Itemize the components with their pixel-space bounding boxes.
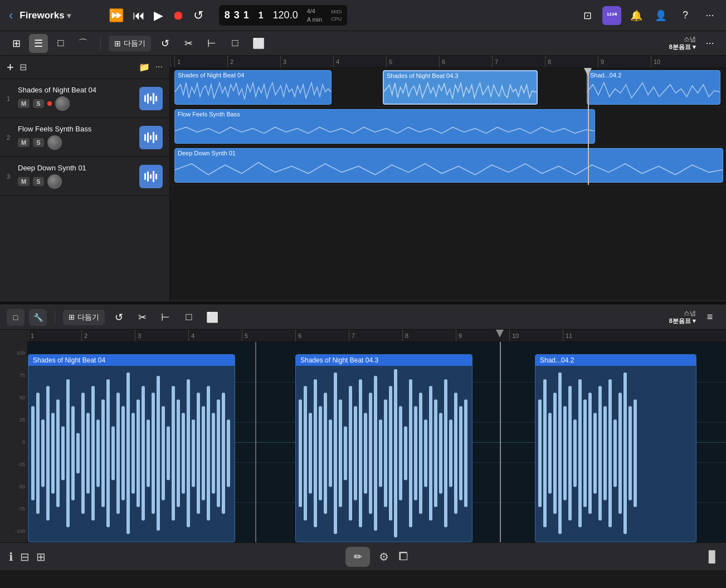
- svg-rect-9: [155, 135, 157, 140]
- big-clip-title-1: Shades of Night Beat 04: [28, 355, 235, 366]
- svg-rect-81: [429, 386, 432, 521]
- svg-rect-105: [618, 393, 622, 513]
- folder-icon[interactable]: 📁: [139, 62, 150, 72]
- svg-rect-5: [144, 134, 146, 141]
- bars-icon-button[interactable]: ▊: [709, 550, 717, 564]
- snap-button[interactable]: ⊞ 다듬기: [109, 36, 151, 51]
- big-clip-2[interactable]: Shades of Night Beat 04.3: [295, 354, 472, 542]
- automation-button[interactable]: ⌒: [74, 34, 92, 53]
- clip-shades-1[interactable]: Shades of Night Beat 04: [174, 70, 332, 105]
- volume-knob-1[interactable]: [55, 96, 70, 111]
- bottom-more-button[interactable]: ≡: [700, 308, 719, 327]
- svg-rect-44: [177, 399, 180, 507]
- svg-rect-22: [66, 379, 70, 527]
- group-track-button[interactable]: ⊟: [20, 62, 27, 72]
- svg-rect-91: [548, 413, 552, 494]
- rewind-button[interactable]: ⏮: [133, 8, 145, 23]
- grid-view-button[interactable]: ⊞: [7, 34, 26, 53]
- more-options-button[interactable]: ···: [700, 6, 719, 25]
- big-clip-3[interactable]: Shad...04.2: [535, 354, 696, 542]
- fast-forward-button[interactable]: ⏩: [109, 8, 124, 23]
- clip-deep-synth[interactable]: Deep Down Synth 01: [174, 148, 723, 183]
- bottom-copy-button[interactable]: ⬜: [203, 308, 222, 327]
- solo-button-2[interactable]: S: [33, 138, 43, 147]
- svg-rect-12: [150, 174, 152, 179]
- waveform-thumb-3[interactable]: [139, 165, 163, 188]
- add-track-button[interactable]: +: [7, 60, 14, 75]
- solo-button-3[interactable]: S: [33, 177, 43, 186]
- list-view-button[interactable]: ☰: [29, 34, 48, 53]
- loop-region-button[interactable]: ↺: [155, 34, 174, 53]
- bottom-snap-button[interactable]: ⊞ 다듬기: [63, 310, 105, 325]
- group-button[interactable]: □: [226, 34, 245, 53]
- track-num-2: 2: [7, 134, 13, 141]
- bottom-ruler-11: 11: [563, 330, 616, 341]
- copy-button[interactable]: ⬜: [249, 34, 268, 53]
- clip-title-1: Shades of Night Beat 04: [175, 71, 331, 80]
- play-button[interactable]: ▶: [154, 8, 163, 23]
- clip-shades-3[interactable]: Shad...04.2: [587, 70, 720, 105]
- add-more-icon[interactable]: ···: [155, 62, 163, 72]
- help-button[interactable]: ?: [676, 6, 695, 25]
- waveform-thumb-2[interactable]: [139, 126, 163, 149]
- svg-rect-41: [162, 406, 165, 500]
- settings-icon-button[interactable]: ⚙: [379, 550, 389, 564]
- svg-rect-49: [202, 406, 205, 500]
- loop-button[interactable]: ↺: [193, 8, 203, 23]
- svg-rect-106: [623, 373, 627, 534]
- beat-position: 8 3 1: [225, 9, 250, 21]
- scissors-button[interactable]: ✂: [179, 34, 198, 53]
- mute-button-2[interactable]: M: [18, 138, 30, 147]
- notification-button[interactable]: 🔔: [627, 6, 646, 25]
- mute-button-1[interactable]: M: [18, 99, 30, 108]
- svg-rect-38: [147, 420, 150, 487]
- svg-rect-26: [86, 413, 90, 494]
- clip-flow-bass[interactable]: Flow Feels Synth Bass: [174, 109, 595, 144]
- bottom-loop-button[interactable]: ↺: [109, 308, 128, 327]
- waveform-view-button[interactable]: □: [51, 34, 70, 53]
- eq-icon-button[interactable]: ⧠: [398, 550, 409, 563]
- volume-knob-3[interactable]: [47, 174, 62, 189]
- track-controls-2: M S: [18, 135, 135, 150]
- bottom-snap-note-display[interactable]: 스냅 8분음표 ▾: [669, 309, 696, 325]
- info-icon-button[interactable]: ℹ: [9, 550, 13, 564]
- svg-rect-13: [153, 171, 154, 182]
- track-header-1: 1 Shades of Night Beat 04 M S: [0, 79, 169, 118]
- svg-rect-98: [583, 399, 587, 507]
- svg-rect-66: [354, 406, 357, 500]
- volume-knob-2[interactable]: [47, 135, 62, 150]
- svg-rect-82: [434, 399, 437, 507]
- chord-button[interactable]: ¹²³⁴: [602, 6, 621, 25]
- bottom-scissors-button[interactable]: ✂: [133, 308, 152, 327]
- bottom-wrench-button[interactable]: 🔧: [29, 309, 47, 326]
- svg-rect-52: [217, 399, 220, 507]
- track-info-3: Deep Down Synth 01 M S: [18, 164, 135, 189]
- svg-rect-108: [634, 399, 637, 507]
- bottom-group-button[interactable]: □: [179, 308, 198, 327]
- clear-icon-button[interactable]: ⊡: [578, 6, 597, 25]
- playhead-track3: [588, 146, 589, 185]
- solo-button-1[interactable]: S: [33, 99, 43, 108]
- history-icon-button[interactable]: ⊟: [20, 550, 30, 564]
- big-clip-title-3: Shad...04.2: [535, 355, 696, 366]
- waveform-thumb-1[interactable]: [139, 87, 163, 110]
- bpm-display[interactable]: 120.0: [273, 9, 298, 21]
- profile-button[interactable]: 👤: [651, 6, 670, 25]
- snap-note-display[interactable]: 스냅 8분음표 ▾: [669, 35, 696, 51]
- pencil-button[interactable]: ✏: [345, 547, 370, 567]
- bottom-view-button[interactable]: □: [7, 309, 25, 326]
- panel-icon-button[interactable]: ⊞: [36, 550, 46, 564]
- clip-shades-2[interactable]: Shades of Night Beat 04.3: [383, 70, 538, 105]
- toolbar-more-button[interactable]: ···: [700, 34, 719, 53]
- back-button[interactable]: ‹: [7, 6, 15, 25]
- db-neg50: -50: [18, 484, 25, 489]
- bottom-ruler: 1 2 3 4 5 6 7 8 9 10 11: [28, 330, 726, 342]
- project-name[interactable]: Fireworks ▾: [20, 10, 70, 21]
- record-button[interactable]: ⏺: [172, 8, 184, 23]
- mute-button-3[interactable]: M: [18, 177, 30, 186]
- bottom-align-button[interactable]: ⊢: [156, 308, 175, 327]
- align-button[interactable]: ⊢: [202, 34, 221, 53]
- big-clip-1[interactable]: Shades of Night Beat 04: [28, 354, 235, 542]
- svg-rect-80: [424, 420, 427, 487]
- svg-rect-51: [212, 413, 215, 494]
